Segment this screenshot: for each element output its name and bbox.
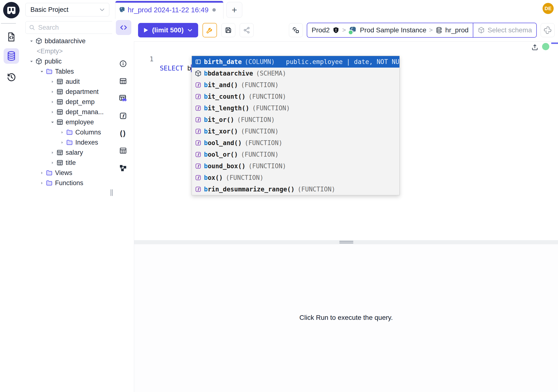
- suggestion-bound_box[interactable]: fbound_box()(FUNCTION): [192, 160, 400, 172]
- new-tab-button[interactable]: +: [227, 2, 242, 18]
- suggestion-kind: (FUNCTION): [297, 186, 335, 193]
- connection-button[interactable]: [289, 23, 303, 37]
- ai-assistant-button[interactable]: [541, 23, 555, 37]
- tree-item--empty-[interactable]: <Empty>: [23, 46, 112, 56]
- tree-item-audit[interactable]: audit: [23, 77, 112, 87]
- tree-item-indexes[interactable]: Indexes: [23, 137, 112, 148]
- folder-icon: [66, 139, 73, 146]
- suggestion-brin_desummarize_range[interactable]: fbrin_desummarize_range()(FUNCTION): [192, 183, 400, 195]
- tree-item-tables[interactable]: Tables: [23, 66, 112, 77]
- select-schema-button[interactable]: Select schema: [473, 23, 536, 37]
- tree-item-columns[interactable]: Columns: [23, 127, 112, 137]
- database-label: hr_prod: [445, 26, 469, 34]
- code-view-button[interactable]: [116, 20, 131, 35]
- active-tab-indicator: [115, 1, 223, 3]
- history-nav-button[interactable]: [4, 70, 19, 85]
- suggestion-name: bit_or(): [204, 116, 234, 123]
- functions-button[interactable]: f: [119, 112, 127, 120]
- database-nav-button[interactable]: [4, 48, 19, 64]
- caret-right-icon[interactable]: [50, 110, 55, 114]
- caret-right-icon[interactable]: [50, 151, 55, 155]
- avatar[interactable]: DE: [542, 3, 554, 14]
- tree-item-label: Columns: [75, 129, 101, 136]
- select-schema-label: Select schema: [488, 26, 532, 34]
- project-selector[interactable]: Basic Project: [25, 3, 109, 17]
- caret-right-icon[interactable]: [50, 100, 55, 104]
- tree-item-functions[interactable]: Functions: [23, 178, 112, 188]
- sidebar-resize-handle[interactable]: [111, 189, 114, 196]
- worksheet-tab[interactable]: hr_prod 2024-11-22 16:49: [115, 1, 224, 19]
- svg-text:f: f: [197, 152, 200, 157]
- panel-splitter[interactable]: [134, 240, 558, 244]
- caret-right-icon[interactable]: [59, 130, 65, 134]
- rail-divider: [1, 23, 16, 24]
- caret-down-icon[interactable]: [50, 120, 55, 124]
- data-masking-button[interactable]: [119, 94, 127, 103]
- table-icon: [56, 78, 63, 85]
- suggestion-bbdataarchive[interactable]: bbdataarchive(SCHEMA): [192, 68, 400, 79]
- tree-item-title[interactable]: title: [23, 158, 112, 168]
- schema-icon: [194, 70, 202, 77]
- breadcrumb-separator: >: [429, 26, 433, 34]
- caret-down-icon[interactable]: [39, 70, 45, 74]
- upload-icon[interactable]: [531, 44, 539, 51]
- tree-item-dept-mana-[interactable]: dept_mana...: [23, 107, 112, 117]
- function-icon: f: [194, 174, 202, 181]
- tree-item-views[interactable]: Views: [23, 168, 112, 178]
- format-button[interactable]: [202, 23, 217, 37]
- table-icon: [56, 119, 63, 126]
- caret-right-icon[interactable]: [59, 140, 65, 145]
- sql-editor[interactable]: 1 SELECT birth_date FROM public.employee…: [134, 42, 558, 240]
- tree-item-employee[interactable]: employee: [23, 117, 112, 127]
- connect-icon: [292, 26, 300, 34]
- function-icon: f: [194, 186, 202, 193]
- caret-right-icon[interactable]: [39, 171, 45, 175]
- suggestion-bit_count[interactable]: fbit_count()(FUNCTION): [192, 91, 400, 102]
- suggestion-bool_and[interactable]: fbool_and()(FUNCTION): [192, 137, 400, 149]
- worksheet-nav-button[interactable]: [4, 29, 19, 45]
- tree-item-label: audit: [66, 78, 80, 86]
- database-tree: bbdataarchive<Empty>publicTablesauditdep…: [23, 36, 112, 188]
- tree-item-label: public: [45, 58, 62, 65]
- play-icon: [142, 26, 149, 34]
- tree-item-salary[interactable]: salary: [23, 148, 112, 158]
- tree-item-label: title: [66, 159, 76, 166]
- app-rail: [0, 0, 23, 392]
- suggestion-bit_or[interactable]: fbit_or()(FUNCTION): [192, 114, 400, 125]
- svg-text:f: f: [197, 94, 200, 99]
- suggestion-birth_date[interactable]: birth_date(COLUMN)public.employee | date…: [192, 56, 400, 68]
- procedures-button[interactable]: (): [119, 129, 127, 138]
- suggestion-bit_xor[interactable]: fbit_xor()(FUNCTION): [192, 125, 400, 137]
- tree-item-dept-emp[interactable]: dept_emp: [23, 97, 112, 107]
- typed-token: b: [187, 64, 191, 72]
- suggestion-bit_length[interactable]: fbit_length()(FUNCTION): [192, 102, 400, 114]
- overview-ruler-mark: [551, 43, 558, 44]
- line-number: 1: [144, 54, 154, 64]
- bytebase-logo-icon[interactable]: [3, 2, 19, 18]
- share-button[interactable]: [240, 23, 254, 37]
- suggestion-box[interactable]: fbox()(FUNCTION): [192, 172, 400, 183]
- suggestion-bool_or[interactable]: fbool_or()(FUNCTION): [192, 149, 400, 160]
- caret-down-icon[interactable]: [28, 59, 34, 63]
- caret-right-icon[interactable]: [50, 90, 55, 94]
- save-button[interactable]: [221, 23, 235, 37]
- table-masking-icon: [119, 94, 127, 103]
- external-tables-button[interactable]: [119, 146, 127, 155]
- tree-item-department[interactable]: department: [23, 87, 112, 97]
- info-button[interactable]: [119, 59, 127, 68]
- caret-right-icon[interactable]: [50, 161, 55, 165]
- run-button[interactable]: (limit 500): [138, 23, 198, 37]
- caret-right-icon[interactable]: [39, 181, 45, 185]
- caret-right-icon[interactable]: [50, 80, 55, 84]
- breadcrumb-path[interactable]: Prod2 > Prod Sample Instance > hr_prod: [307, 23, 473, 37]
- tree-item-bbdataarchive[interactable]: bbdataarchive: [23, 36, 112, 46]
- tree-item-public[interactable]: public: [23, 56, 112, 66]
- table-icon: [119, 77, 127, 85]
- search-input[interactable]: [38, 24, 124, 32]
- schema-diagram-button[interactable]: [119, 164, 127, 172]
- caret-down-icon[interactable]: [28, 39, 34, 43]
- postgresql-icon: [119, 6, 126, 14]
- suggestion-bit_and[interactable]: fbit_and()(FUNCTION): [192, 79, 400, 91]
- table-info-button[interactable]: [119, 77, 127, 86]
- sql-editor-app: Basic Project bbdataarchive<Empty>public…: [0, 0, 558, 392]
